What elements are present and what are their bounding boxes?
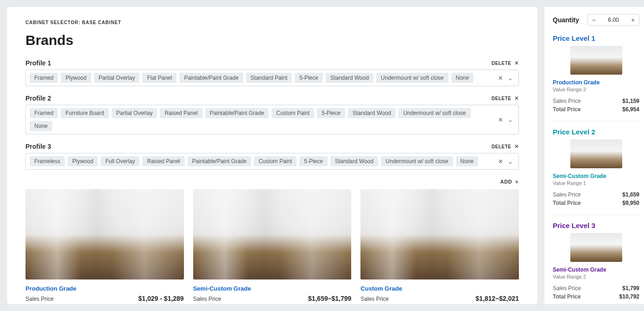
- price-level-2: Price Level 2 Semi-Custom Grade Value Ra…: [553, 128, 639, 215]
- chip[interactable]: Custom Paint: [271, 108, 314, 118]
- grade-image: [193, 189, 352, 279]
- total-price-value: $10,792: [619, 293, 639, 300]
- main-panel: CABINET SELECTOR: BASE CABINET Brands Pr…: [7, 7, 537, 304]
- chip[interactable]: 5-Piece: [299, 156, 328, 166]
- chip[interactable]: Raised Panel: [142, 156, 184, 166]
- sales-price-label: Sales Price: [553, 285, 581, 292]
- price-level-range: Value Range 1: [553, 180, 639, 186]
- clear-chips-icon[interactable]: ✕: [498, 75, 503, 82]
- profile-block: Profile 3 DELETE ✕ Frameless Plywood Ful…: [25, 143, 519, 170]
- quantity-value: 6.00: [600, 17, 627, 23]
- price-level-title: Price Level 3: [553, 222, 639, 229]
- chip[interactable]: 5-Piece: [317, 108, 345, 118]
- delete-label: DELETE: [492, 96, 511, 101]
- sales-price-value: $1,799: [622, 285, 639, 292]
- price-level-grade-link[interactable]: Semi-Custom Grade: [553, 267, 606, 273]
- qty-decrement-button[interactable]: −: [588, 14, 600, 25]
- grade-name: Semi-Custom Grade: [193, 285, 352, 292]
- close-icon: ✕: [514, 143, 519, 150]
- chip[interactable]: Furniture Board: [61, 108, 108, 118]
- chip[interactable]: Flat Panel: [142, 73, 177, 83]
- chip-list: Frameless Plywood Full Overlay Raised Pa…: [30, 156, 495, 166]
- price-level-1: Price Level 1 Production Grade Value Ran…: [553, 34, 639, 121]
- chevron-down-icon[interactable]: ⌄: [508, 158, 513, 165]
- sales-price-label: Sales Price: [553, 191, 581, 198]
- grade-card-custom[interactable]: Custom Grade Sales Price $1,812–$2,021: [360, 189, 519, 302]
- grade-price-label: Sales Price: [360, 296, 389, 302]
- chip[interactable]: 5-Piece: [295, 73, 323, 83]
- sales-price-value: $1,659: [622, 191, 639, 198]
- delete-label: DELETE: [492, 144, 511, 149]
- chip[interactable]: Framed: [30, 108, 58, 118]
- grade-image: [360, 189, 519, 279]
- chip[interactable]: Paintable/Paint Grade: [179, 73, 243, 83]
- grade-price-value: $1,812–$2,021: [476, 295, 519, 302]
- chip-list: Framed Furniture Board Partial Overlay R…: [30, 108, 495, 131]
- chip[interactable]: Plywood: [68, 156, 98, 166]
- grade-price-label: Sales Price: [25, 296, 54, 302]
- chip[interactable]: Standard Wood: [326, 73, 373, 83]
- price-level-title: Price Level 1: [553, 34, 639, 42]
- add-label: ADD: [500, 179, 512, 184]
- chip[interactable]: None: [30, 121, 52, 131]
- side-panel: Quantity − 6.00 + Price Level 1 Producti…: [544, 7, 644, 304]
- delete-label: DELETE: [492, 61, 511, 66]
- chip[interactable]: None: [451, 73, 474, 83]
- price-level-3: Price Level 3 Semi-Custom Grade Value Ra…: [553, 222, 639, 304]
- grade-card-semicustom[interactable]: Semi-Custom Grade Sales Price $1,659–$1,…: [193, 189, 352, 302]
- chip[interactable]: Paintable/Paint Grade: [205, 108, 269, 118]
- price-level-range: Value Range 2: [553, 274, 639, 279]
- grade-image: [25, 189, 184, 279]
- chevron-down-icon[interactable]: ⌄: [508, 116, 513, 123]
- total-price-label: Total Price: [553, 200, 581, 206]
- profile-3-chip-row[interactable]: Frameless Plywood Full Overlay Raised Pa…: [25, 153, 519, 170]
- breadcrumb: CABINET SELECTOR: BASE CABINET: [25, 20, 519, 25]
- chip[interactable]: Undermount w/ soft close: [376, 73, 448, 83]
- grade-card-production[interactable]: Production Grade Sales Price $1,029 - $1…: [25, 189, 184, 302]
- chip[interactable]: Undermount w/ soft close: [381, 156, 453, 166]
- delete-profile-3-button[interactable]: DELETE ✕: [492, 143, 519, 150]
- page-title: Brands: [25, 32, 519, 48]
- profile-block: Profile 1 DELETE ✕ Framed Plywood Partia…: [25, 59, 519, 86]
- chip[interactable]: Partial Overlay: [94, 73, 140, 83]
- delete-profile-1-button[interactable]: DELETE ✕: [492, 60, 519, 66]
- chip[interactable]: Raised Panel: [160, 108, 202, 118]
- chip[interactable]: Standard Wood: [330, 156, 378, 166]
- chip[interactable]: Full Overlay: [101, 156, 139, 166]
- price-level-image: [570, 233, 622, 262]
- price-level-title: Price Level 2: [553, 128, 639, 136]
- chip[interactable]: Framed: [30, 73, 58, 83]
- chevron-down-icon[interactable]: ⌄: [508, 75, 513, 82]
- total-price-label: Total Price: [553, 293, 581, 300]
- price-level-grade-link[interactable]: Semi-Custom Grade: [553, 173, 606, 179]
- chip[interactable]: Standard Paint: [246, 73, 292, 83]
- chip[interactable]: Custom Paint: [254, 156, 297, 166]
- qty-increment-button[interactable]: +: [627, 14, 639, 25]
- profile-2-chip-row[interactable]: Framed Furniture Board Partial Overlay R…: [25, 105, 519, 134]
- clear-chips-icon[interactable]: ✕: [498, 116, 503, 123]
- chip[interactable]: None: [456, 156, 479, 166]
- quantity-stepper[interactable]: − 6.00 +: [587, 14, 639, 26]
- total-price-value: $9,950: [622, 200, 639, 206]
- profile-3-title: Profile 3: [25, 143, 51, 150]
- delete-profile-2-button[interactable]: DELETE ✕: [492, 95, 519, 102]
- clear-chips-icon[interactable]: ✕: [498, 158, 503, 165]
- chip[interactable]: Undermount w/ soft close: [398, 108, 470, 118]
- grade-name: Custom Grade: [360, 285, 519, 292]
- chip[interactable]: Frameless: [30, 156, 65, 166]
- add-profile-button[interactable]: ADD +: [500, 178, 519, 185]
- profile-1-chip-row[interactable]: Framed Plywood Partial Overlay Flat Pane…: [25, 70, 519, 86]
- close-icon: ✕: [514, 60, 519, 66]
- price-level-image: [570, 46, 622, 75]
- price-level-grade-link[interactable]: Production Grade: [553, 79, 600, 86]
- grade-name: Production Grade: [25, 285, 184, 292]
- chip[interactable]: Plywood: [61, 73, 91, 83]
- chip[interactable]: Partial Overlay: [112, 108, 158, 118]
- chip[interactable]: Standard Wood: [348, 108, 396, 118]
- chip-list: Framed Plywood Partial Overlay Flat Pane…: [30, 73, 495, 83]
- sales-price-label: Sales Price: [553, 98, 581, 104]
- plus-icon: +: [515, 178, 519, 185]
- grade-price-value: $1,659–$1,799: [308, 295, 351, 302]
- chip[interactable]: Paintable/Paint Grade: [188, 156, 251, 166]
- profile-block: Profile 2 DELETE ✕ Framed Furniture Boar…: [25, 95, 519, 134]
